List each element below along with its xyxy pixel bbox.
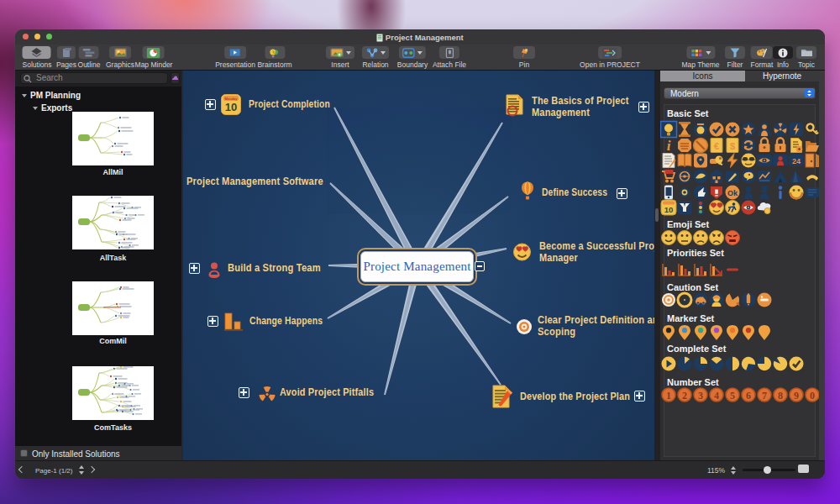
svg-text:8: 8 [778, 390, 783, 402]
svg-text:Ok: Ok [727, 189, 738, 197]
svg-text:0: 0 [810, 390, 815, 402]
svg-text:i: i [667, 138, 671, 154]
svg-text:€: € [714, 141, 719, 151]
svg-text:3: 3 [698, 390, 703, 402]
svg-text:9: 9 [794, 390, 799, 402]
svg-text:24: 24 [792, 157, 801, 165]
svg-text:4: 4 [714, 390, 719, 402]
svg-text:5: 5 [730, 390, 735, 402]
svg-text:7: 7 [762, 390, 767, 402]
svg-text:2: 2 [682, 390, 687, 402]
svg-text:1: 1 [666, 390, 671, 402]
svg-text:$: $ [730, 141, 735, 151]
svg-text:6: 6 [746, 390, 751, 402]
svg-text:10: 10 [664, 205, 674, 214]
svg-text:10: 10 [225, 101, 237, 113]
